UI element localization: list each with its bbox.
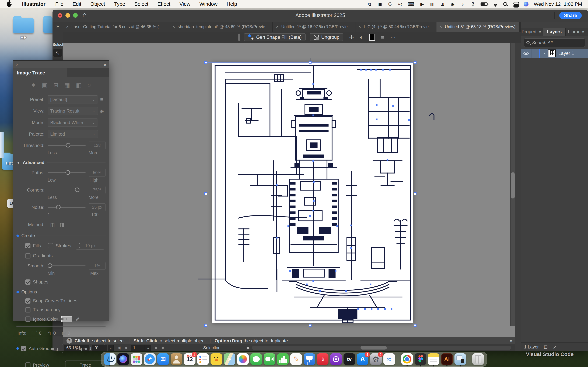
panel-menu-icon[interactable]: ≡ [381, 34, 384, 41]
apple-menu-icon[interactable] [7, 1, 12, 7]
dock-pages[interactable]: ✎ [290, 353, 302, 365]
trace-button[interactable]: Trace [65, 360, 105, 367]
menu-item[interactable]: Help [222, 1, 242, 7]
smooth-value[interactable]: 1% [89, 262, 105, 270]
ungroup-button[interactable]: Ungroup [310, 33, 343, 41]
keyboard-icon[interactable]: ⌨ [408, 1, 415, 7]
expand-button[interactable]: Expand [62, 344, 105, 353]
figma-status-icon[interactable]: ⧉ [367, 1, 372, 7]
noise-value[interactable]: 25 px [89, 203, 105, 211]
preset-menu-icon[interactable]: ≡ [98, 97, 105, 102]
dock-mail[interactable]: ✉ [157, 353, 169, 365]
collapse-panel-icon[interactable]: « [104, 62, 106, 67]
prev-artboard-icon[interactable]: ◀ [124, 345, 127, 350]
strokes-checkbox[interactable] [48, 243, 53, 248]
fills-checkbox[interactable] [25, 243, 30, 248]
play-status-icon[interactable]: ▶ [420, 1, 424, 7]
document-tab[interactable]: ×sheridan_template.ai* @ 48.69 % (RGB/Pr… [169, 22, 273, 32]
paths-value[interactable]: 50% [89, 169, 105, 176]
minimize-window-button[interactable] [65, 13, 70, 18]
menu-clock[interactable]: Wed Nov 121:02 PM [534, 1, 582, 7]
window-titlebar[interactable]: Adobe Illustrator 2025 ⌂ Share [52, 10, 588, 21]
dock-contacts[interactable] [171, 353, 182, 365]
tab-close-icon[interactable]: × [440, 24, 442, 29]
wifi-icon[interactable] [493, 2, 498, 6]
view-select[interactable]: Tracing Result⌄ [48, 107, 98, 115]
artboard-chevron-icon[interactable]: ⌄ [145, 345, 151, 351]
tab-close-icon[interactable]: × [276, 24, 278, 29]
menu-item[interactable]: Select [130, 1, 153, 7]
ignore-color-checkbox[interactable] [25, 317, 30, 322]
snap-curves-checkbox[interactable] [25, 298, 30, 304]
first-artboard-icon[interactable]: ◀ [117, 345, 121, 350]
battery-icon[interactable] [481, 2, 488, 6]
layer-thumbnail[interactable] [548, 50, 556, 57]
artboard-number[interactable]: 1 [131, 345, 145, 351]
trace-preset-icon[interactable]: ◧ [76, 82, 82, 89]
paths-knob[interactable] [65, 170, 70, 175]
method-abutting-button[interactable]: ◫ [48, 221, 57, 228]
more-options-icon[interactable]: ⋯ [390, 34, 396, 41]
strokes-stepper[interactable]: ⌃⌄ [76, 242, 83, 250]
dock-illustrator[interactable]: Ai [441, 353, 453, 365]
image-trace-tab[interactable]: Image Trace [13, 68, 67, 77]
method-overlapping-button[interactable]: ◨ [57, 221, 67, 228]
threshold-knob[interactable] [66, 143, 70, 148]
document-tab[interactable]: ×Untitled-1* @ 16.97 % (RGB/Previe… [273, 22, 355, 32]
trace-preset-icon[interactable]: ✶ [31, 82, 36, 89]
gradients-checkbox[interactable] [25, 253, 30, 259]
document-tab[interactable]: ×Untitled-5* @ 63.18 % (RGB/Preview) [436, 22, 519, 32]
desktop-folder-hp[interactable]: HP [13, 18, 34, 40]
menu-item[interactable]: View [175, 1, 195, 7]
view-eye-icon[interactable]: ◉ [98, 108, 105, 114]
next-artboard-icon[interactable]: ▶ [155, 345, 158, 350]
selection-handle-tm[interactable] [309, 61, 311, 64]
dock-settings[interactable]: 2 ⚙ [370, 353, 382, 365]
panel-tab[interactable]: Libraries [566, 28, 588, 36]
menu-item[interactable]: File [51, 1, 68, 7]
dock-preview[interactable] [454, 353, 466, 365]
noise-slider[interactable] [48, 207, 86, 208]
noise-knob[interactable] [56, 205, 61, 209]
shapes-checkbox[interactable] [25, 279, 30, 285]
dock-podcasts[interactable] [330, 353, 342, 365]
menu-item[interactable]: Type [110, 1, 130, 7]
trace-preset-icon[interactable]: ▣ [42, 82, 47, 89]
selection-handle-bm[interactable] [309, 324, 311, 327]
auto-grouping-checkbox[interactable] [21, 346, 26, 351]
vertical-scroll-thumb[interactable] [511, 172, 515, 199]
tools-panel-expand[interactable]: » [52, 22, 63, 32]
horizontal-scrollbar[interactable] [252, 346, 511, 350]
selection-tool[interactable]: ↖ [53, 49, 62, 57]
layer-expand-chevron[interactable]: › [544, 51, 545, 56]
control-center-icon[interactable] [513, 2, 518, 7]
selection-handle-mr[interactable] [414, 192, 416, 195]
close-panel-icon[interactable]: × [16, 62, 18, 67]
close-window-button[interactable] [58, 13, 62, 18]
trace-preset-icon[interactable]: ▦ [64, 82, 70, 89]
trace-preset-icon[interactable]: ◌ [87, 82, 91, 89]
corners-knob[interactable] [75, 188, 79, 192]
spotlight-icon[interactable] [503, 2, 508, 6]
selection-bounding-box[interactable] [206, 62, 415, 325]
document-tab[interactable]: ×Laser Cutting Tutorial for 6 cuts.ai @ … [63, 22, 169, 32]
last-artboard-icon[interactable]: ▶ [162, 345, 165, 350]
dock-messages[interactable] [251, 353, 262, 365]
preview-checkbox[interactable] [25, 362, 30, 367]
dock-trash[interactable] [472, 353, 484, 365]
paths-slider[interactable] [48, 172, 86, 173]
mute-icon[interactable]: ♪ [460, 1, 465, 7]
dock-photos[interactable] [237, 353, 249, 365]
dock-figma[interactable] [415, 353, 426, 365]
status-play-icon[interactable]: ▶ [247, 345, 250, 350]
strokes-width-value[interactable]: 10 px [83, 242, 104, 250]
tab-close-icon[interactable]: × [359, 24, 361, 29]
zoom-window-button[interactable] [73, 13, 78, 18]
dock-launchpad[interactable] [131, 353, 142, 365]
preset-select[interactable]: [Default]⌄ [48, 95, 98, 103]
panel-resize-grip[interactable] [55, 318, 67, 320]
palette-select[interactable]: Limited⌄ [48, 130, 98, 138]
collect-for-export-icon[interactable]: ⊡ [544, 344, 548, 350]
corners-value[interactable]: 75% [89, 186, 105, 194]
menu-item[interactable]: Edit [68, 1, 86, 7]
